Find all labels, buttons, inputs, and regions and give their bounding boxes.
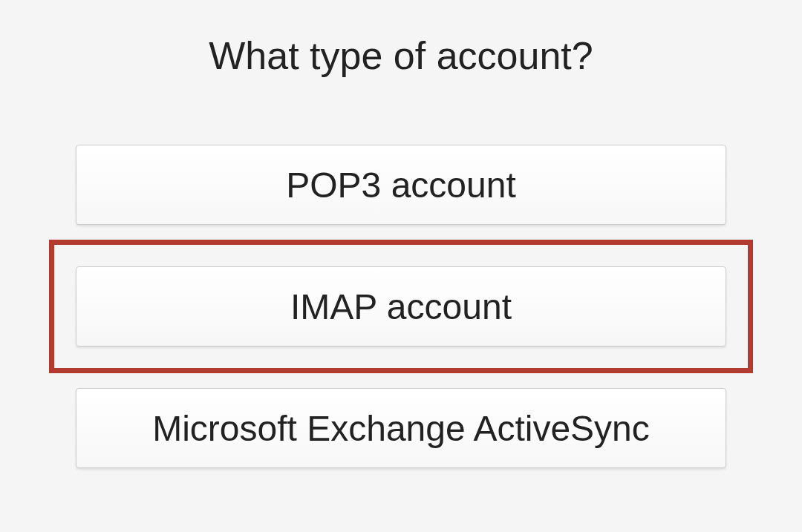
option-wrapper-imap: IMAP account [49,240,753,373]
exchange-account-button[interactable]: Microsoft Exchange ActiveSync [76,388,726,468]
pop3-account-button[interactable]: POP3 account [76,145,726,225]
account-type-options: POP3 account IMAP account Microsoft Exch… [0,145,802,468]
imap-account-button[interactable]: IMAP account [76,266,726,347]
option-wrapper-pop3: POP3 account [49,145,753,225]
option-wrapper-exchange: Microsoft Exchange ActiveSync [49,388,753,468]
page-title: What type of account? [209,33,593,78]
